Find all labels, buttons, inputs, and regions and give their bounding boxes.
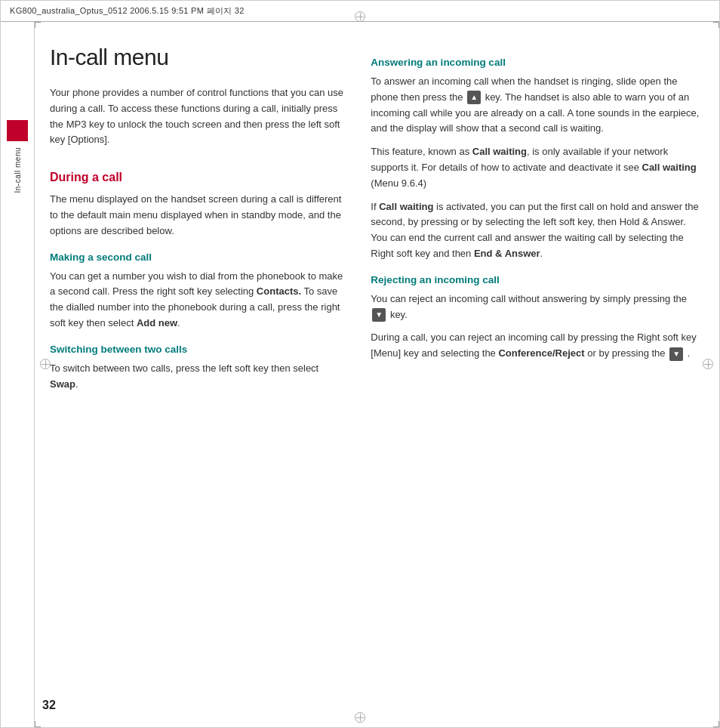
conference-reject-bold: Conference/Reject bbox=[498, 347, 584, 359]
switching-calls-heading: Switching between two calls bbox=[50, 344, 348, 355]
end-key-icon1: ▼ bbox=[372, 308, 386, 322]
main-content: In-call menu Your phone provides a numbe… bbox=[35, 22, 719, 727]
call-waiting-bold1: Call waiting bbox=[472, 146, 527, 157]
making-second-call-body: You can get a number you wish to dial fr… bbox=[50, 269, 348, 332]
during-a-call-heading: During a call bbox=[50, 171, 348, 184]
switching-calls-body: To switch between two calls, press the l… bbox=[50, 361, 348, 393]
end-answer-bold: End & Answer bbox=[474, 248, 540, 259]
answering-body1: To answer an incoming call when the hand… bbox=[371, 74, 704, 137]
intro-text: Your phone provides a number of control … bbox=[50, 85, 348, 148]
call-waiting-bold3: Call waiting bbox=[379, 201, 433, 212]
answering-body2: This feature, known as Call waiting, is … bbox=[371, 144, 704, 191]
left-column: In-call menu Your phone provides a numbe… bbox=[35, 22, 363, 727]
rejecting-incoming-heading: Rejecting an incoming call bbox=[371, 274, 704, 285]
add-new-bold: Add new bbox=[137, 317, 177, 329]
making-second-call-heading: Making a second call bbox=[50, 251, 348, 263]
sidebar-label: In-call menu bbox=[14, 147, 22, 193]
swap-bold: Swap bbox=[50, 378, 75, 390]
rejecting-body2: During a call, you can reject an incomin… bbox=[371, 330, 704, 362]
rejecting-body1: You can reject an incoming call without … bbox=[371, 292, 704, 323]
sidebar-red-bar bbox=[7, 120, 28, 141]
header-text: KG800_australia_Optus_0512 2006.5.15 9:5… bbox=[10, 5, 245, 17]
contacts-bold: Contacts. bbox=[257, 285, 301, 297]
answering-incoming-heading: Answering an incoming call bbox=[371, 57, 704, 68]
answering-body3: If Call waiting is activated, you can pu… bbox=[371, 199, 704, 262]
end-key-icon2: ▼ bbox=[669, 347, 683, 361]
page-title: In-call menu bbox=[50, 45, 348, 70]
top-cross-mark bbox=[355, 11, 365, 22]
page: KG800_australia_Optus_0512 2006.5.15 9:5… bbox=[0, 0, 720, 728]
top-cross-circle bbox=[355, 11, 365, 22]
right-column: Answering an incoming call To answer an … bbox=[363, 22, 719, 727]
call-waiting-bold2: Call waiting bbox=[642, 162, 697, 173]
during-a-call-body: The menu displayed on the handset screen… bbox=[50, 192, 348, 239]
sidebar: In-call menu bbox=[1, 22, 35, 727]
send-key-icon: ▲ bbox=[467, 91, 481, 104]
